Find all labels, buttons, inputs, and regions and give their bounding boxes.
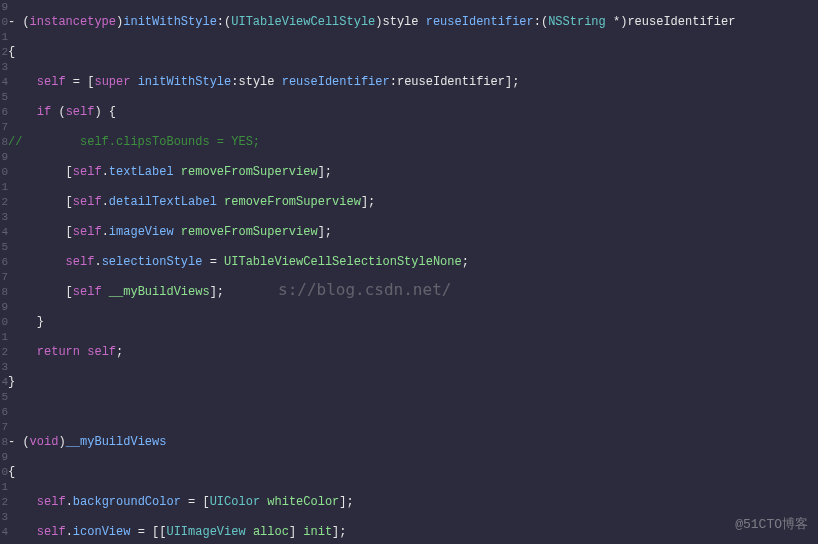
code-line [8, 405, 818, 420]
code-line: } [8, 315, 818, 330]
line-number: 3 [0, 60, 8, 75]
line-number: 0 [0, 15, 8, 30]
code-line: self = [super initWithStyle:style reuseI… [8, 75, 818, 90]
code-line: [self __myBuildViews]; [8, 285, 818, 300]
line-number: 0 [0, 165, 8, 180]
code-line: { [8, 465, 818, 480]
line-number: 9 [0, 150, 8, 165]
line-number: 2 [0, 195, 8, 210]
code-line: { [8, 45, 818, 60]
line-number: 0 [0, 315, 8, 330]
line-number: 2 [0, 495, 8, 510]
line-number: 5 [0, 240, 8, 255]
line-number: 2 [0, 45, 8, 60]
line-number: 9 [0, 0, 8, 15]
line-number: 6 [0, 105, 8, 120]
line-number: 4 [0, 375, 8, 390]
code-line: } [8, 375, 818, 390]
line-number: 9 [0, 450, 8, 465]
line-number: 3 [0, 510, 8, 525]
line-number: 8 [0, 135, 8, 150]
line-number: 7 [0, 420, 8, 435]
line-number: 6 [0, 405, 8, 420]
code-line: self.iconView = [[UIImageView alloc] ini… [8, 525, 818, 540]
line-number: 3 [0, 360, 8, 375]
code-editor: 901234567890123456789012345678901234 - (… [0, 0, 818, 544]
code-line: - (instancetype)initWithStyle:(UITableVi… [8, 15, 818, 30]
code-line: [self.textLabel removeFromSuperview]; [8, 165, 818, 180]
line-number: 8 [0, 285, 8, 300]
code-line: // self.clipsToBounds = YES; [8, 135, 818, 150]
line-number: 9 [0, 300, 8, 315]
line-number: 5 [0, 90, 8, 105]
code-line: self.selectionStyle = UITableViewCellSel… [8, 255, 818, 270]
line-number: 1 [0, 330, 8, 345]
code-line: [self.detailTextLabel removeFromSupervie… [8, 195, 818, 210]
line-number: 4 [0, 225, 8, 240]
line-number-gutter: 901234567890123456789012345678901234 [0, 0, 8, 544]
code-line: self.backgroundColor = [UIColor whiteCol… [8, 495, 818, 510]
line-number: 0 [0, 465, 8, 480]
line-number: 1 [0, 480, 8, 495]
line-number: 8 [0, 435, 8, 450]
line-number: 3 [0, 210, 8, 225]
line-number: 7 [0, 120, 8, 135]
line-number: 4 [0, 75, 8, 90]
code-line: - (void)__myBuildViews [8, 435, 818, 450]
line-number: 1 [0, 30, 8, 45]
line-number: 1 [0, 180, 8, 195]
line-number: 7 [0, 270, 8, 285]
line-number: 4 [0, 525, 8, 540]
line-number: 6 [0, 255, 8, 270]
line-number: 2 [0, 345, 8, 360]
line-number: 5 [0, 390, 8, 405]
code-line: return self; [8, 345, 818, 360]
code-line: [self.imageView removeFromSuperview]; [8, 225, 818, 240]
watermark-51cto: @51CTO博客 [735, 517, 808, 532]
code-line: if (self) { [8, 105, 818, 120]
code-area[interactable]: - (instancetype)initWithStyle:(UITableVi… [8, 0, 818, 544]
